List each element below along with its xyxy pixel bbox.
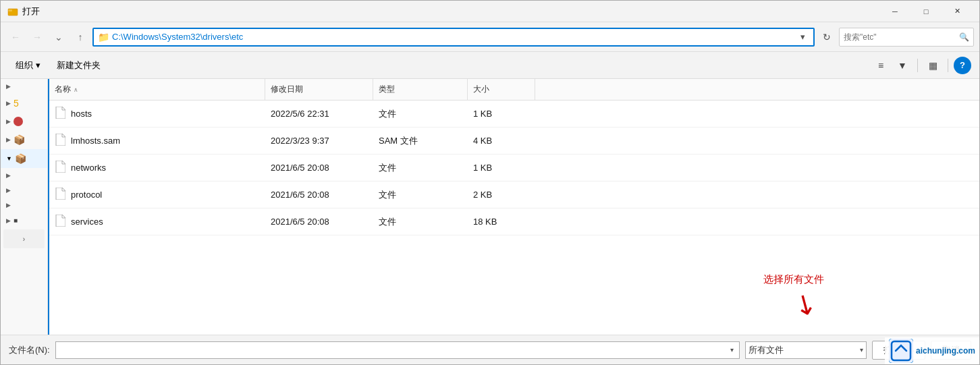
file-date-cell: 2022/3/23 9:37 (265, 128, 373, 154)
col-header-size[interactable]: 大小 (468, 79, 535, 100)
new-folder-button[interactable]: 新建文件夹 (50, 56, 107, 75)
filename-dropdown-arrow[interactable]: ▾ (728, 346, 736, 354)
file-date-cell: 2021/6/5 20:08 (265, 208, 373, 235)
sidebar-item-4[interactable]: ▶ 📦 (1, 130, 47, 149)
sort-arrow: ∧ (74, 86, 78, 93)
sidebar-chevron-5: ▼ (6, 155, 12, 162)
help-button[interactable]: ? (954, 57, 971, 74)
view-list-button[interactable]: ≡ (871, 56, 890, 75)
file-date-cell: 2022/5/6 22:31 (265, 101, 373, 127)
file-name-cell: lmhosts.sam (49, 128, 265, 154)
table-row[interactable]: services 2021/6/5 20:08 文件 18 KB (49, 208, 979, 235)
search-box[interactable]: 🔍 (839, 28, 974, 47)
watermark-text: aichunjing.com (916, 346, 975, 356)
sidebar-chevron-3: ▶ (6, 118, 11, 125)
sidebar-item-9[interactable]: ▶ ■ (1, 213, 47, 228)
sidebar-item-3[interactable]: ▶ (1, 113, 47, 130)
file-type-cell: 文件 (373, 208, 468, 235)
organize-button[interactable]: 组织 ▾ (9, 56, 47, 75)
sidebar-expand-button[interactable]: › (3, 229, 45, 248)
file-list: hosts 2022/5/6 22:31 文件 1 KB lmhosts.sam… (49, 101, 979, 335)
file-size-cell: 2 KB (468, 181, 535, 208)
sidebar-chevron-7: ▶ (6, 187, 11, 194)
table-row[interactable]: protocol 2021/6/5 20:08 文件 2 KB (49, 181, 979, 208)
back-button[interactable]: ← (6, 28, 25, 47)
address-dropdown-arrow[interactable]: ▾ (796, 29, 809, 45)
file-name-cell: services (49, 208, 265, 235)
view-dropdown-button[interactable]: ▼ (893, 56, 912, 75)
minimize-button[interactable]: ─ (879, 1, 910, 22)
col-header-date[interactable]: 修改日期 (265, 79, 373, 100)
sidebar-item-5-active[interactable]: ▼ 📦 (1, 149, 47, 168)
title-bar: 打开 ─ □ ✕ (1, 1, 979, 22)
file-name-cell: protocol (49, 181, 265, 208)
address-input[interactable] (112, 32, 793, 42)
file-name-cell: hosts (49, 101, 265, 127)
sidebar-chevron-4: ▶ (6, 136, 11, 143)
sidebar-icon-5: 📦 (15, 153, 26, 164)
title-folder-icon (7, 6, 18, 17)
sidebar-icon-3 (13, 117, 23, 126)
sidebar-chevron-2: ▶ (6, 100, 11, 107)
table-row[interactable]: lmhosts.sam 2022/3/23 9:37 SAM 文件 4 KB (49, 128, 979, 155)
filetype-select-text: 所有文件 (748, 344, 860, 356)
file-icon (55, 161, 65, 175)
search-icon[interactable]: 🔍 (959, 32, 969, 42)
file-icon (55, 107, 65, 121)
filename-input[interactable] (59, 345, 728, 355)
col-header-name[interactable]: 名称 ∧ (49, 79, 265, 100)
sidebar-icon-2: 5 (13, 98, 19, 109)
panel-toggle-button[interactable]: ▦ (923, 56, 942, 75)
watermark: aichunjing.com (885, 337, 979, 364)
sidebar-item-2[interactable]: ▶ 5 (1, 94, 47, 113)
sidebar-item-6[interactable]: ▶ (1, 168, 47, 183)
file-type-cell: SAM 文件 (373, 128, 468, 154)
up-button[interactable]: ↑ (71, 28, 90, 47)
table-row[interactable]: networks 2021/6/5 20:08 文件 1 KB (49, 155, 979, 181)
file-size-cell: 18 KB (468, 208, 535, 235)
filename-input-wrapper[interactable]: ▾ (55, 341, 740, 359)
maximize-button[interactable]: □ (910, 1, 942, 22)
file-icon (55, 188, 65, 202)
filetype-select-wrapper[interactable]: 所有文件 ▾ (745, 341, 867, 359)
sidebar-item-8[interactable]: ▶ (1, 198, 47, 213)
main-content: ▶ ▶ 5 ▶ ▶ 📦 ▼ 📦 ▶ ▶ (1, 79, 979, 335)
sidebar-chevron-8: ▶ (6, 202, 11, 208)
file-size-cell: 1 KB (468, 155, 535, 181)
file-area: 名称 ∧ 修改日期 类型 大小 (49, 79, 979, 335)
forward-button[interactable]: → (28, 28, 47, 47)
file-name-cell: networks (49, 155, 265, 181)
file-size-cell: 4 KB (468, 128, 535, 154)
title-bar-left: 打开 (7, 5, 40, 18)
file-type-cell: 文件 (373, 181, 468, 208)
file-type-cell: 文件 (373, 101, 468, 127)
refresh-button[interactable]: ↻ (817, 28, 836, 47)
sidebar-chevron-6: ▶ (6, 172, 11, 179)
title-bar-controls: ─ □ ✕ (879, 1, 973, 22)
svg-rect-1 (8, 9, 12, 11)
sidebar-chevron-9: ▶ (6, 217, 11, 224)
file-date-cell: 2021/6/5 20:08 (265, 181, 373, 208)
file-icon (55, 134, 65, 148)
file-open-dialog: 打开 ─ □ ✕ ← → ⌄ ↑ 📁 ▾ ↻ 🔍 组织 ▾ 新建文件夹 ≡ ▼ (0, 0, 980, 365)
file-icon (55, 215, 65, 229)
watermark-logo-svg (889, 339, 913, 363)
search-input[interactable] (844, 32, 956, 42)
filetype-dropdown-arrow[interactable]: ▾ (860, 346, 863, 354)
file-size-cell: 1 KB (468, 101, 535, 127)
sidebar-chevron-1: ▶ (6, 83, 11, 90)
dropdown-history-button[interactable]: ⌄ (49, 28, 68, 47)
address-folder-icon: 📁 (98, 32, 109, 43)
toolbar-separator2 (948, 59, 948, 72)
sidebar-icon-4: 📦 (13, 134, 25, 145)
sidebar-item-1[interactable]: ▶ (1, 79, 47, 94)
col-header-type[interactable]: 类型 (373, 79, 468, 100)
sidebar-icon-9: ■ (13, 217, 18, 224)
sidebar-item-7[interactable]: ▶ (1, 183, 47, 198)
close-button[interactable]: ✕ (942, 1, 973, 22)
table-row[interactable]: hosts 2022/5/6 22:31 文件 1 KB (49, 101, 979, 128)
address-input-wrapper[interactable]: 📁 ▾ (92, 28, 815, 47)
bottom-bar: 文件名(N): ▾ 所有文件 ▾ 打开(O) 取消 (1, 335, 979, 364)
toolbar: 组织 ▾ 新建文件夹 ≡ ▼ ▦ ? (1, 52, 979, 79)
file-date-cell: 2021/6/5 20:08 (265, 155, 373, 181)
